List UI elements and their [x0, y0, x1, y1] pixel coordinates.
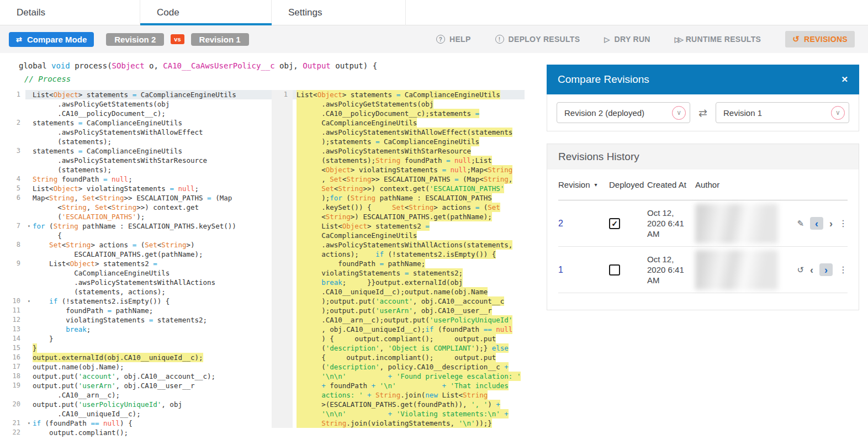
code-editor: global void process(SObject o, CA10__CaA…	[0, 53, 525, 445]
code-text: ('description', 'Object is COMPLIANT');}…	[297, 343, 509, 353]
close-icon[interactable]: ✕	[841, 75, 848, 84]
chevron-down-icon: ∨	[831, 106, 845, 120]
fold-gutter	[25, 315, 33, 325]
deployed-checkbox-unchecked[interactable]	[609, 264, 620, 276]
help-button[interactable]: ? HELP	[436, 35, 471, 44]
code-text: .awsPolicyGetStatements(obj	[297, 99, 433, 109]
line-number	[272, 372, 293, 381]
fold-gutter	[293, 156, 297, 165]
line-number	[272, 287, 293, 296]
line-number	[272, 137, 293, 146]
line-number	[272, 353, 293, 362]
code-line: 4String foundPath = null;	[0, 174, 272, 184]
compare-mode-button[interactable]: ⇄ Compare Mode	[9, 32, 94, 47]
code-text: {	[33, 231, 62, 240]
code-text: );output.put('account', obj.CA10__accoun…	[297, 296, 504, 306]
line-number	[272, 325, 293, 334]
line-number	[272, 165, 293, 174]
code-text: foundPath = pathName;	[297, 259, 425, 268]
code-line: Set<String>>) context.get('ESCALATION_PA…	[272, 184, 525, 193]
chev-left-icon[interactable]: ‹	[810, 217, 823, 230]
fold-icon[interactable]: ▾	[25, 418, 33, 428]
sort-caret-icon: ▾	[595, 182, 597, 188]
revision-select-right[interactable]: Revision 1 ∨	[716, 102, 849, 123]
code-text: List<Object> statements2 =	[297, 221, 430, 231]
fold-gutter	[293, 278, 297, 287]
code-text: output.put('userPolicyUniqueId', obj	[33, 400, 182, 409]
fold-gutter	[293, 259, 297, 268]
code-text: }	[33, 334, 54, 343]
fold-gutter	[25, 109, 33, 118]
line-number	[272, 203, 293, 212]
code-line: 15}	[0, 343, 272, 353]
fold-gutter	[293, 325, 297, 334]
line-number	[0, 165, 25, 174]
author-redacted	[695, 250, 778, 290]
fold-gutter	[25, 287, 33, 296]
code-line: 21▾if (foundPath == null) {	[0, 418, 272, 428]
fold-gutter	[293, 212, 297, 221]
line-number	[272, 268, 293, 278]
fold-gutter	[293, 372, 297, 381]
code-text: '\n\n' + 'Violating statements:\n' +	[297, 409, 509, 418]
line-number: 21	[0, 418, 25, 428]
history-icon[interactable]: ↺	[797, 265, 804, 275]
revision-select-left-value: Revision 2 (deployed)	[564, 108, 644, 118]
code-text: if (!statements2.isEmpty()) {	[33, 296, 170, 306]
fold-icon[interactable]: ▾	[25, 296, 33, 306]
kebab-icon[interactable]: ⋮	[839, 264, 848, 275]
code-text: actions: ' + String.join(new List<String	[297, 390, 488, 400]
fold-gutter	[293, 128, 297, 137]
line-number	[0, 203, 25, 212]
code-line: 14 }	[0, 334, 272, 343]
deploy-results-button[interactable]: ! DEPLOY RESULTS	[495, 35, 580, 44]
chev-right-icon[interactable]: ›	[819, 263, 833, 276]
revision-link[interactable]: 1	[558, 265, 609, 275]
fold-gutter	[293, 418, 297, 428]
tab-code[interactable]: Code	[140, 0, 272, 25]
column-header-author: Author	[695, 180, 848, 189]
chev-left-icon[interactable]: ‹	[810, 264, 813, 276]
revisions-button[interactable]: ↺ REVISIONS	[785, 31, 855, 47]
revision-select-left[interactable]: Revision 2 (deployed) ∨	[557, 102, 690, 123]
fold-gutter	[293, 203, 297, 212]
code-line: (statements);	[0, 137, 272, 146]
deployed-checkbox-checked[interactable]: ✓	[609, 218, 620, 229]
code-line: <Object> violatingStatements = null;Map<…	[272, 165, 525, 174]
code-line: List<Object> statements2 =	[272, 221, 525, 231]
tab-settings[interactable]: Settings	[272, 0, 406, 25]
deploy-results-label: DEPLOY RESULTS	[509, 35, 580, 44]
fold-icon[interactable]: ▾	[25, 221, 33, 231]
fold-gutter	[25, 372, 33, 381]
dry-run-button[interactable]: ▷ DRY RUN	[604, 35, 650, 44]
column-header-revision[interactable]: Revision ▾	[558, 180, 609, 189]
code-text: , Set<String>> ESCALATION_PATHS = (Map<S…	[297, 174, 512, 184]
code-text: break; }}output.externalId(obj	[297, 278, 463, 287]
kebab-icon[interactable]: ⋮	[839, 218, 848, 229]
code-text: (statements);String foundPath = null;Lis…	[297, 156, 492, 165]
swap-revisions-icon[interactable]: ⇄	[698, 107, 707, 119]
edit-icon[interactable]: ✎	[797, 219, 804, 229]
runtime-results-button[interactable]: ▷▷ RUNTIME RESULTS	[675, 35, 761, 44]
code-line: );for (String pathName : ESCALATION_PATH…	[272, 193, 525, 203]
fold-gutter	[25, 212, 33, 221]
chev-right-icon[interactable]: ›	[829, 218, 833, 229]
tab-details[interactable]: Details	[0, 0, 140, 25]
fold-gutter	[293, 184, 297, 193]
code-line: <String>) ESCALATION_PATHS.get(pathName)…	[272, 212, 525, 221]
revision-link[interactable]: 2	[558, 219, 609, 229]
fold-gutter	[293, 174, 297, 184]
code-text: .CA10__policyDocument__c);	[33, 109, 166, 118]
line-number	[0, 287, 25, 296]
code-text: <String, Set<String>>) context.get	[33, 203, 199, 212]
code-text: List<Object> statements = CaComplianceEn…	[297, 90, 500, 99]
fold-gutter	[293, 381, 297, 390]
fold-gutter	[25, 128, 33, 137]
fold-gutter	[293, 231, 297, 240]
code-line: actions: ' + String.join(new List<String	[272, 390, 525, 400]
column-header-created-at: Created At	[647, 180, 695, 189]
code-text: CaComplianceEngineUtils	[33, 268, 170, 278]
fold-gutter	[25, 306, 33, 315]
line-number	[272, 109, 293, 118]
fold-gutter	[293, 343, 297, 353]
